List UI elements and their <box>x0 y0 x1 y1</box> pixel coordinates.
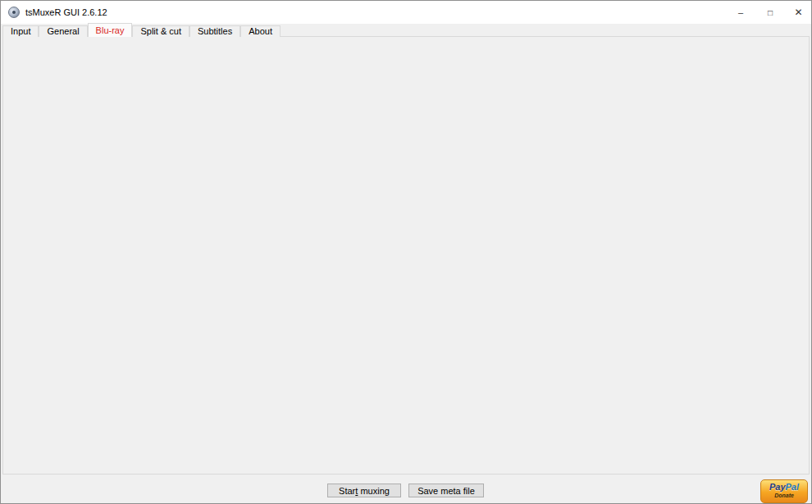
minimize-icon: – <box>738 7 743 17</box>
title-bar: tsMuxeR GUI 2.6.12 – □ ✕ <box>1 1 811 24</box>
window-title: tsMuxeR GUI 2.6.12 <box>25 7 107 17</box>
tab-general[interactable]: General <box>39 25 87 37</box>
paypal-logo: PayPal <box>761 482 807 493</box>
tab-bar: Input General Blu-ray Split & cut Subtit… <box>2 23 281 37</box>
tab-blu-ray[interactable]: Blu-ray <box>88 23 133 37</box>
tsmuxer-window: tsMuxeR GUI 2.6.12 – □ ✕ Input General B… <box>0 0 812 504</box>
tab-split-cut[interactable]: Split & cut <box>132 25 189 37</box>
minimize-button[interactable]: – <box>726 1 755 24</box>
paypal-donate-label: Donate <box>761 493 807 499</box>
save-meta-file-button[interactable]: Save meta file <box>408 484 484 497</box>
maximize-button[interactable]: □ <box>755 1 785 24</box>
blu-ray-tab-page <box>2 36 810 474</box>
app-icon <box>8 7 20 18</box>
tab-subtitles[interactable]: Subtitles <box>189 25 240 37</box>
close-icon: ✕ <box>794 7 802 18</box>
maximize-icon: □ <box>768 8 773 17</box>
paypal-donate-button[interactable]: PayPal Donate <box>760 479 808 503</box>
start-muxing-label: Start muxing <box>339 486 390 496</box>
close-button[interactable]: ✕ <box>785 1 812 24</box>
save-meta-file-label: Save meta file <box>417 486 475 496</box>
tab-input[interactable]: Input <box>2 25 39 37</box>
tab-about[interactable]: About <box>240 25 281 37</box>
start-muxing-button[interactable]: Start muxing <box>327 484 401 497</box>
